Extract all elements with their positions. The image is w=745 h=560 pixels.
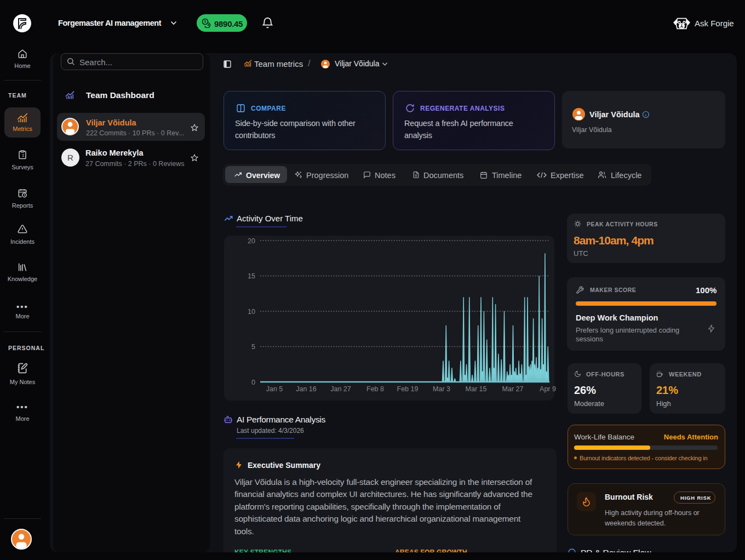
svg-text:Apr 9: Apr 9	[540, 385, 556, 393]
svg-text:0: 0	[251, 379, 255, 386]
svg-text:Jan 5: Jan 5	[266, 385, 283, 393]
svg-text:Mar 27: Mar 27	[502, 385, 524, 393]
svg-text:Jan 27: Jan 27	[330, 385, 351, 393]
svg-text:10: 10	[248, 308, 255, 316]
svg-text:Mar 3: Mar 3	[433, 385, 450, 393]
svg-text:Jan 16: Jan 16	[296, 385, 317, 393]
svg-text:20: 20	[248, 237, 255, 245]
svg-text:Feb 19: Feb 19	[397, 385, 419, 393]
svg-text:5: 5	[251, 343, 255, 351]
svg-text:Mar 15: Mar 15	[466, 385, 487, 393]
svg-text:15: 15	[248, 272, 255, 280]
svg-text:Feb 8: Feb 8	[366, 385, 384, 393]
